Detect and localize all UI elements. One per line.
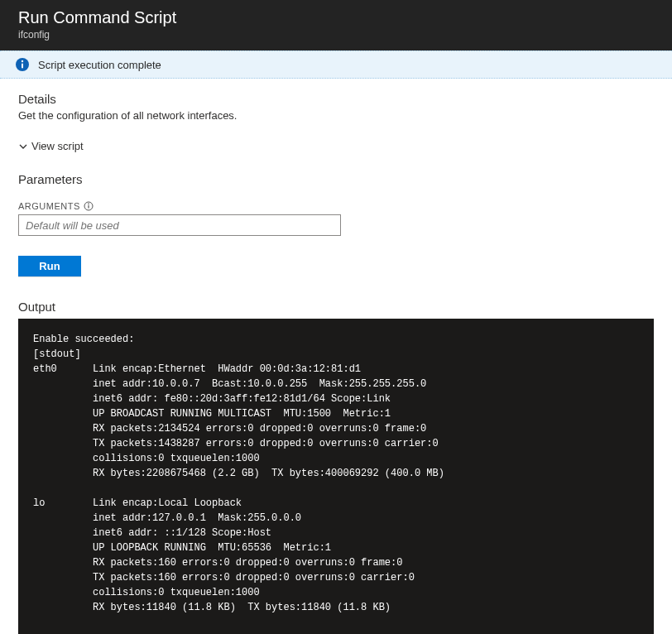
status-bar: Script execution complete (0, 50, 672, 79)
blade-header: Run Command Script ifconfig (0, 0, 672, 50)
details-description: Get the configuration of all network int… (18, 109, 654, 122)
svg-point-2 (22, 60, 23, 62)
svg-rect-1 (22, 64, 23, 69)
svg-point-5 (88, 204, 89, 205)
blade-subtitle: ifconfig (18, 29, 654, 41)
chevron-down-icon (18, 142, 28, 151)
arguments-input[interactable] (18, 214, 341, 236)
svg-rect-4 (88, 205, 89, 209)
parameters-heading: Parameters (18, 172, 654, 186)
info-icon[interactable] (84, 201, 94, 211)
output-terminal: Enable succeeded: [stdout] eth0 Link enc… (18, 319, 654, 634)
view-script-label: View script (31, 140, 84, 152)
status-text: Script execution complete (38, 59, 161, 71)
content-area: Details Get the configuration of all net… (0, 79, 672, 634)
details-heading: Details (18, 92, 654, 106)
output-heading: Output (18, 300, 654, 314)
info-icon (15, 57, 30, 72)
blade-title: Run Command Script (18, 8, 654, 27)
arguments-label: ARGUMENTS (18, 201, 654, 211)
view-script-toggle[interactable]: View script (18, 140, 84, 152)
run-button[interactable]: Run (18, 256, 81, 276)
